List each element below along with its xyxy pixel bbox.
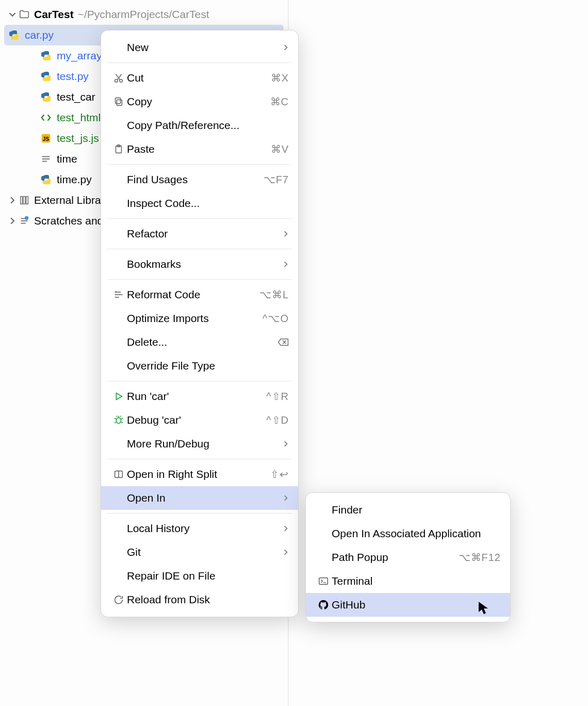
menu-shortcut: ⌥F7 — [264, 173, 289, 186]
tree-root[interactable]: CarTest ~/PycharmProjects/CarTest — [0, 4, 288, 25]
menu-item[interactable]: Path Popup⌥⌘F12 — [306, 545, 510, 569]
menu-item-label: Inspect Code... — [127, 197, 289, 210]
menu-separator — [107, 249, 292, 249]
html-icon — [39, 111, 53, 124]
menu-item[interactable]: Cut⌘X — [101, 66, 298, 90]
menu-item[interactable]: Git — [101, 540, 298, 564]
mouse-cursor — [478, 601, 489, 615]
menu-item[interactable]: Open In Associated Application — [306, 522, 510, 545]
chevron-right-icon — [283, 231, 289, 237]
menu-item-label: Copy Path/Reference... — [127, 119, 289, 132]
paste-icon — [110, 143, 127, 155]
file-name: test_js.js — [57, 132, 99, 145]
menu-shortcut: ^⇧D — [266, 414, 289, 426]
menu-item-label: Local History — [127, 522, 277, 535]
menu-item[interactable]: Refactor — [101, 222, 298, 246]
menu-item-label: Find Usages — [127, 173, 264, 186]
py-icon — [39, 90, 53, 104]
chevron-right-icon — [7, 197, 18, 204]
menu-item[interactable]: Debug 'car'^⇧D — [101, 408, 298, 432]
svg-rect-14 — [117, 100, 122, 105]
menu-item-label: Open In Associated Application — [332, 527, 501, 540]
svg-rect-20 — [115, 297, 119, 298]
file-name: car.py — [25, 29, 54, 41]
svg-rect-9 — [21, 220, 28, 221]
menu-shortcut: ⌥⌘F12 — [459, 551, 501, 564]
chevron-right-icon — [283, 261, 289, 267]
menu-item[interactable]: Copy⌘C — [101, 90, 298, 114]
menu-separator — [107, 459, 292, 459]
menu-item[interactable]: Bookmarks — [101, 252, 298, 276]
py-icon — [39, 49, 53, 62]
menu-separator — [107, 164, 292, 165]
menu-item-label: Open in Right Split — [127, 468, 270, 480]
menu-item[interactable]: Find Usages⌥F7 — [101, 168, 298, 191]
menu-item[interactable]: Finder — [306, 498, 510, 522]
menu-item-label: Terminal — [332, 575, 501, 587]
menu-shortcut: ^⌥O — [263, 312, 289, 325]
menu-shortcut: ⇧↩ — [270, 468, 289, 480]
menu-shortcut: ⌘X — [271, 72, 289, 84]
chevron-right-icon — [283, 495, 289, 501]
menu-item-label: Repair IDE on File — [127, 570, 289, 582]
library-icon — [18, 194, 31, 207]
menu-item[interactable]: More Run/Debug — [101, 432, 298, 456]
menu-item-label: Copy — [127, 95, 270, 108]
menu-item-label: Cut — [127, 72, 271, 84]
menu-item-label: New — [127, 41, 277, 54]
debug-icon — [110, 414, 127, 426]
menu-item-label: Reload from Disk — [127, 593, 289, 606]
menu-item[interactable]: Local History — [101, 517, 298, 540]
svg-rect-3 — [42, 158, 50, 159]
menu-item-label: Run 'car' — [127, 390, 266, 403]
chevron-right-icon — [283, 441, 289, 447]
menu-item[interactable]: Optimize Imports^⌥O — [101, 307, 298, 330]
menu-separator — [107, 279, 292, 280]
menu-item-label: Debug 'car' — [127, 414, 266, 426]
menu-item-label: GitHub — [332, 599, 501, 611]
folder-icon — [18, 8, 31, 21]
py-icon — [39, 173, 53, 186]
menu-item[interactable]: Open in Right Split⇧↩ — [101, 462, 298, 486]
svg-rect-10 — [21, 223, 26, 224]
menu-item[interactable]: Run 'car'^⇧R — [101, 384, 298, 408]
copy-icon — [110, 96, 127, 107]
py-icon — [7, 28, 21, 42]
reload-icon — [110, 594, 127, 605]
svg-rect-15 — [116, 98, 121, 104]
menu-separator — [107, 513, 292, 514]
menu-shortcut: ⌥⌘L — [259, 288, 289, 301]
menu-item[interactable]: Open In — [101, 486, 298, 510]
menu-item-label: Finder — [332, 504, 501, 516]
svg-rect-5 — [21, 197, 23, 204]
menu-item[interactable]: Reformat Code⌥⌘L — [101, 283, 298, 307]
menu-item[interactable]: Paste⌘V — [101, 137, 298, 161]
cut-icon — [110, 72, 127, 84]
menu-item[interactable]: Reload from Disk — [101, 588, 298, 612]
menu-item[interactable]: Repair IDE on File — [101, 564, 298, 588]
menu-item[interactable]: Inspect Code... — [101, 191, 298, 215]
chevron-right-icon — [283, 44, 289, 51]
root-name: CarTest — [34, 8, 74, 21]
js-icon: JS — [39, 132, 53, 145]
chevron-right-icon — [283, 525, 289, 532]
menu-item[interactable]: Delete... — [101, 330, 298, 354]
chevron-right-icon — [7, 217, 18, 224]
file-name: test.py — [57, 70, 89, 83]
menu-item-label: Delete... — [127, 336, 277, 348]
chevron-down-icon — [7, 11, 18, 18]
file-name: test_car — [57, 91, 95, 103]
file-name: time — [57, 153, 77, 165]
menu-item-label: Optimize Imports — [127, 312, 263, 325]
svg-rect-24 — [319, 578, 328, 585]
svg-point-11 — [25, 216, 28, 220]
menu-item[interactable]: New — [101, 36, 298, 59]
svg-rect-4 — [42, 161, 47, 162]
file-name: time.py — [57, 173, 92, 186]
menu-item[interactable]: Copy Path/Reference... — [101, 114, 298, 137]
run-icon — [110, 391, 127, 402]
menu-item-label: Bookmarks — [127, 258, 277, 270]
menu-item[interactable]: Override File Type — [101, 354, 298, 378]
menu-item[interactable]: Terminal — [306, 569, 510, 593]
menu-item-label: Refactor — [127, 228, 277, 240]
